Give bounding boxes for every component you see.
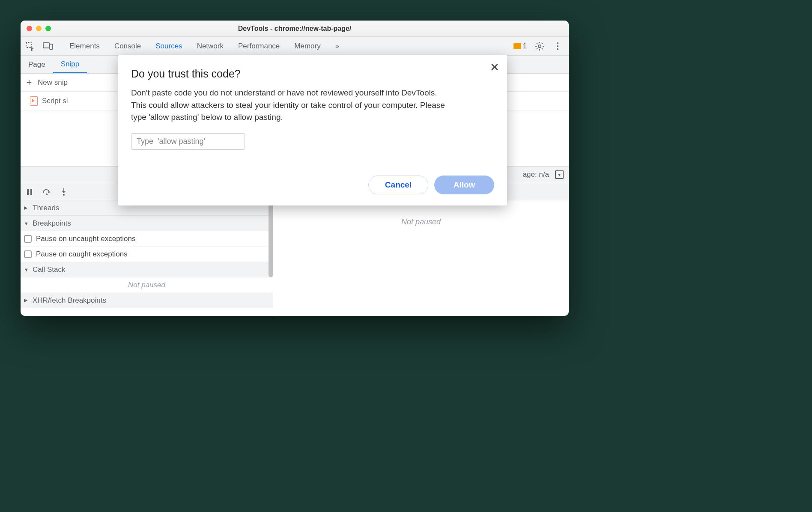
- panel-tabbar: Elements Console Sources Network Perform…: [61, 42, 506, 51]
- warnings-count: 1: [523, 42, 527, 51]
- chevron-right-icon: ▶: [24, 205, 29, 211]
- svg-line-11: [537, 48, 537, 49]
- snippet-file-icon: [30, 96, 38, 106]
- svg-point-19: [63, 194, 65, 196]
- svg-rect-1: [43, 43, 49, 48]
- svg-line-10: [542, 43, 543, 44]
- tab-sources[interactable]: Sources: [155, 42, 182, 51]
- window-title: DevTools - chrome://new-tab-page/: [21, 25, 569, 33]
- svg-rect-16: [30, 189, 32, 195]
- snippet-item-label: Script si: [42, 97, 68, 105]
- section-xhr-breakpoints[interactable]: ▶ XHR/fetch Breakpoints: [21, 293, 273, 308]
- pause-icon[interactable]: [25, 187, 34, 196]
- tabs-overflow-icon[interactable]: »: [335, 42, 339, 51]
- section-breakpoints[interactable]: ▼ Breakpoints: [21, 216, 273, 231]
- step-into-icon[interactable]: [59, 187, 69, 196]
- breakpoints-label: Breakpoints: [33, 219, 71, 228]
- coverage-label: age: n/a: [523, 170, 549, 179]
- titlebar: DevTools - chrome://new-tab-page/: [21, 21, 569, 37]
- tab-console[interactable]: Console: [114, 42, 141, 51]
- coverage-dropdown-icon[interactable]: ▾: [555, 170, 564, 179]
- gear-icon[interactable]: [534, 41, 545, 51]
- tab-elements[interactable]: Elements: [69, 42, 100, 51]
- svg-line-9: [542, 48, 543, 49]
- pause-caught-row[interactable]: Pause on caught exceptions: [21, 247, 273, 262]
- dialog-title: Do you trust this code?: [131, 68, 494, 80]
- cancel-button[interactable]: Cancel: [368, 176, 428, 194]
- warning-icon: [513, 43, 521, 49]
- scope-not-paused: Not paused: [401, 217, 441, 226]
- close-icon[interactable]: ✕: [490, 61, 499, 74]
- zoom-window-icon[interactable]: [45, 26, 51, 31]
- tab-memory[interactable]: Memory: [294, 42, 320, 51]
- threads-label: Threads: [33, 204, 59, 212]
- svg-point-17: [46, 193, 48, 195]
- debugger-sidebar: ▶ Threads ▼ Breakpoints Pause on uncaugh…: [21, 200, 273, 316]
- allow-pasting-input[interactable]: [131, 133, 245, 150]
- plus-icon: +: [25, 78, 33, 87]
- call-stack-empty: Not paused: [21, 277, 273, 293]
- checkbox-uncaught[interactable]: [24, 235, 32, 243]
- close-window-icon[interactable]: [27, 26, 32, 31]
- new-snippet-label: New snip: [38, 78, 68, 87]
- minimize-window-icon[interactable]: [36, 26, 42, 31]
- scope-pane: Not paused: [273, 200, 569, 316]
- kebab-menu-icon[interactable]: [552, 41, 563, 51]
- chevron-down-icon: ▼: [24, 267, 29, 272]
- main-toolbar: Elements Console Sources Network Perform…: [21, 37, 569, 56]
- svg-point-13: [557, 45, 558, 47]
- checkbox-caught[interactable]: [24, 250, 32, 258]
- svg-point-12: [557, 42, 558, 44]
- pause-uncaught-row[interactable]: Pause on uncaught exceptions: [21, 231, 273, 247]
- step-over-icon[interactable]: [42, 187, 51, 196]
- pause-uncaught-label: Pause on uncaught exceptions: [36, 235, 136, 243]
- dialog-body: Don't paste code you do not understand o…: [131, 87, 448, 124]
- call-stack-label: Call Stack: [33, 265, 66, 274]
- allow-button[interactable]: Allow: [434, 176, 494, 194]
- svg-rect-15: [27, 189, 29, 195]
- trust-code-dialog: ✕ Do you trust this code? Don't paste co…: [118, 55, 507, 205]
- subtab-page[interactable]: Page: [21, 56, 53, 73]
- devtools-window: DevTools - chrome://new-tab-page/ Elemen…: [21, 21, 569, 316]
- tab-network[interactable]: Network: [197, 42, 224, 51]
- svg-point-3: [538, 45, 541, 47]
- device-toggle-icon[interactable]: [43, 41, 53, 51]
- warnings-badge[interactable]: 1: [513, 42, 527, 51]
- chevron-right-icon: ▶: [24, 298, 29, 303]
- inspect-element-icon[interactable]: [25, 41, 35, 51]
- chevron-down-icon: ▼: [24, 221, 29, 226]
- xhr-breakpoints-label: XHR/fetch Breakpoints: [33, 296, 106, 305]
- tab-performance[interactable]: Performance: [238, 42, 280, 51]
- debugger-pane: ▶ Threads ▼ Breakpoints Pause on uncaugh…: [21, 200, 569, 316]
- subtab-snippets[interactable]: Snipp: [53, 56, 87, 73]
- pause-caught-label: Pause on caught exceptions: [36, 250, 128, 259]
- section-call-stack[interactable]: ▼ Call Stack: [21, 262, 273, 277]
- svg-line-8: [537, 43, 537, 44]
- svg-rect-2: [50, 44, 53, 49]
- svg-point-14: [557, 48, 558, 50]
